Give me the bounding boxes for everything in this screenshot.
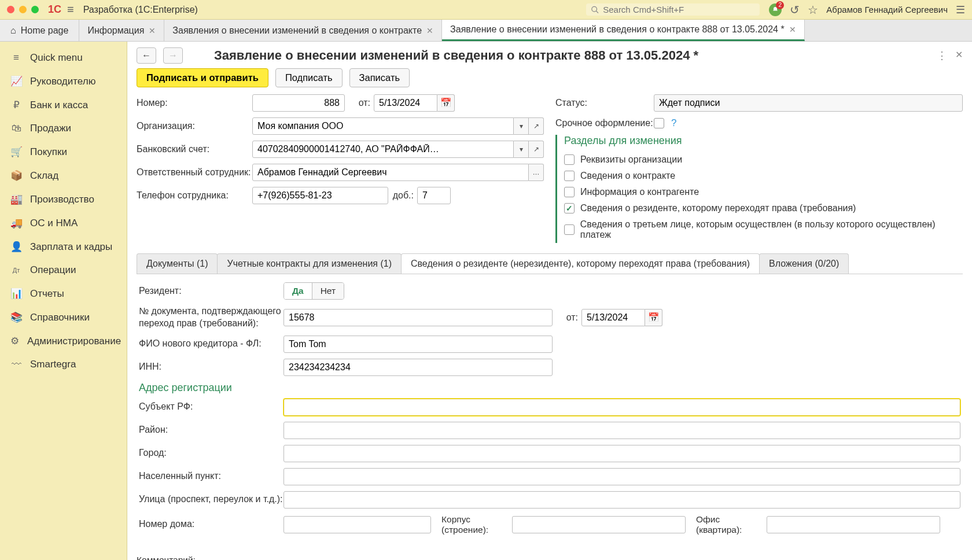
tab-label: Заявления о внесении изменений в сведени…: [172, 25, 422, 36]
nav-back-button[interactable]: ←: [137, 47, 156, 64]
window-controls: [7, 6, 39, 13]
sidebar-item-sales[interactable]: 🛍Продажи: [0, 117, 127, 140]
open-reference-icon[interactable]: ↗: [529, 141, 544, 158]
city-input[interactable]: [284, 445, 960, 462]
org-label: Организация:: [137, 121, 252, 131]
inner-tab-resident-info[interactable]: Сведения о резиденте (нерезиденте), кото…: [401, 253, 760, 274]
close-icon[interactable]: ✕: [149, 26, 156, 35]
save-button[interactable]: Записать: [349, 68, 410, 87]
sidebar-item-production[interactable]: 🏭Производство: [0, 187, 127, 211]
chevron-down-icon[interactable]: ▾: [514, 141, 529, 158]
calendar-icon[interactable]: 📅: [437, 94, 455, 112]
favorites-icon[interactable]: ☆: [808, 3, 818, 17]
urgent-label: Срочное оформление:: [555, 118, 654, 128]
action-bar: Подписать и отправить Подписать Записать: [127, 66, 972, 94]
settlement-input[interactable]: [284, 468, 960, 485]
org-input[interactable]: [252, 117, 514, 135]
help-icon[interactable]: ?: [671, 117, 676, 129]
close-panel-icon[interactable]: ✕: [955, 49, 963, 62]
panel-toggle-icon[interactable]: ☰: [956, 3, 965, 16]
ext-input[interactable]: [417, 187, 451, 204]
comment-section: Комментарий: ?: [137, 555, 963, 560]
person-icon: 👤: [10, 241, 22, 253]
bank-input[interactable]: [252, 141, 514, 158]
search-input[interactable]: [603, 5, 755, 14]
korpus-label: Корпус (строение):: [431, 514, 512, 535]
district-label: Район:: [139, 424, 284, 436]
sidebar-item-operations[interactable]: ДтОперации: [0, 259, 127, 282]
open-reference-icon[interactable]: ↗: [529, 117, 544, 135]
fio-input[interactable]: [284, 336, 553, 353]
toggle-yes-button[interactable]: Да: [284, 283, 312, 299]
close-icon[interactable]: ✕: [789, 25, 796, 34]
doc-number-input[interactable]: [284, 309, 553, 326]
inner-tab-attachments[interactable]: Вложения (0/20): [759, 253, 849, 274]
sidebar-item-payroll[interactable]: 👤Зарплата и кадры: [0, 235, 127, 259]
korpus-input[interactable]: [512, 516, 686, 533]
ellipsis-icon[interactable]: …: [529, 164, 544, 181]
toggle-no-button[interactable]: Нет: [312, 283, 344, 299]
checkbox-label: Сведения о резиденте, которому переходят…: [580, 203, 856, 213]
house-input[interactable]: [284, 516, 431, 533]
ruble-icon: ₽: [10, 99, 22, 111]
checkbox-contract-info[interactable]: [564, 171, 575, 181]
phone-input[interactable]: [252, 187, 388, 204]
checkbox-resident-rights[interactable]: [564, 203, 575, 213]
maximize-window-icon[interactable]: [31, 6, 39, 13]
minimize-window-icon[interactable]: [19, 6, 27, 13]
sidebar-item-bank[interactable]: ₽Банк и касса: [0, 93, 127, 117]
gear-icon: ⚙: [10, 335, 19, 347]
main-menu-icon[interactable]: ≡: [67, 3, 74, 16]
comment-label: Комментарий:: [137, 555, 963, 560]
checkbox-third-party[interactable]: [564, 224, 575, 235]
number-input[interactable]: [252, 94, 345, 112]
nav-forward-button[interactable]: →: [163, 47, 183, 64]
close-icon[interactable]: ✕: [426, 26, 433, 35]
chevron-down-icon[interactable]: ▾: [514, 117, 529, 135]
phone-label: Телефон сотрудника:: [137, 190, 252, 201]
district-input[interactable]: [284, 422, 960, 439]
sign-button[interactable]: Подписать: [275, 68, 343, 87]
inner-tab-documents[interactable]: Документы (1): [137, 253, 218, 274]
tab-applications-list[interactable]: Заявления о внесении изменений в сведени…: [164, 20, 442, 41]
sidebar-item-label: Руководителю: [30, 76, 95, 87]
sidebar-item-assets[interactable]: 🚚ОС и НМА: [0, 211, 127, 235]
sidebar-item-reports[interactable]: 📊Отчеты: [0, 282, 127, 305]
resp-label: Ответственный сотрудник:: [137, 167, 252, 178]
more-icon[interactable]: ⋮: [937, 49, 947, 62]
street-input[interactable]: [284, 491, 960, 509]
sidebar-item-manager[interactable]: 📈Руководителю: [0, 69, 127, 93]
sidebar-item-quick-menu[interactable]: ≡Quick menu: [0, 46, 127, 69]
sidebar-item-purchases[interactable]: 🛒Покупки: [0, 140, 127, 164]
factory-icon: 🏭: [10, 193, 22, 205]
office-input[interactable]: [767, 516, 940, 533]
doc-date-input[interactable]: [581, 309, 645, 326]
checkbox-org-details[interactable]: [564, 154, 575, 165]
inn-input[interactable]: [284, 359, 553, 376]
close-window-icon[interactable]: [7, 6, 14, 13]
tab-home[interactable]: ⌂ Home page: [0, 20, 79, 41]
sidebar-item-smartegra[interactable]: 〰Smartegra: [0, 353, 127, 376]
sidebar-item-administration[interactable]: ⚙Администрирование: [0, 329, 127, 353]
sign-and-send-button[interactable]: Подписать и отправить: [137, 68, 268, 87]
top-icons: 2 ↺ ☆ Абрамов Геннадий Сергеевич ☰: [769, 3, 965, 17]
notifications-icon[interactable]: 2: [769, 3, 782, 16]
tab-information[interactable]: Информация ✕: [79, 20, 164, 41]
global-search[interactable]: [586, 3, 760, 16]
subject-input[interactable]: [284, 399, 960, 416]
calendar-icon[interactable]: 📅: [645, 309, 662, 326]
books-icon: 📚: [10, 311, 22, 323]
titlebar: 1C ≡ Разработка (1C:Enterprise) 2 ↺ ☆ Аб…: [0, 0, 972, 20]
resident-label: Резидент:: [139, 285, 284, 297]
urgent-checkbox[interactable]: [654, 118, 664, 128]
tab-current-application[interactable]: Заявление о внесении изменений в сведени…: [442, 20, 805, 41]
chart-icon: 📈: [10, 75, 22, 87]
resp-input[interactable]: [252, 164, 529, 181]
inner-tab-contracts[interactable]: Учетные контракты для изменения (1): [217, 253, 402, 274]
sidebar-item-catalogs[interactable]: 📚Справочники: [0, 305, 127, 329]
history-icon[interactable]: ↺: [790, 3, 800, 17]
username-label[interactable]: Абрамов Геннадий Сергеевич: [826, 5, 948, 14]
sidebar-item-warehouse[interactable]: 📦Склад: [0, 164, 127, 187]
checkbox-counterparty[interactable]: [564, 187, 575, 197]
date-input[interactable]: [374, 94, 437, 112]
